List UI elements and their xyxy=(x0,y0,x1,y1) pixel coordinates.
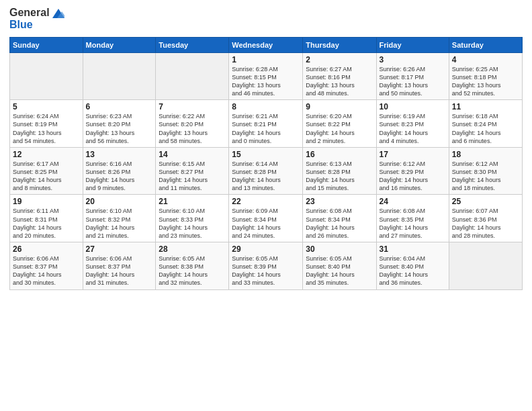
calendar-cell xyxy=(449,242,522,290)
day-info: Sunrise: 6:23 AM Sunset: 8:20 PM Dayligh… xyxy=(86,112,153,145)
day-info: Sunrise: 6:11 AM Sunset: 8:31 PM Dayligh… xyxy=(13,207,80,240)
day-number: 4 xyxy=(452,55,519,64)
calendar-week-row: 1Sunrise: 6:28 AM Sunset: 8:15 PM Daylig… xyxy=(10,52,523,100)
calendar-header-sunday: Sunday xyxy=(10,37,83,52)
header: General Blue xyxy=(9,7,523,32)
logo: General Blue xyxy=(9,7,64,32)
calendar-cell: 3Sunrise: 6:26 AM Sunset: 8:17 PM Daylig… xyxy=(376,52,449,100)
day-number: 18 xyxy=(452,150,519,159)
day-number: 31 xyxy=(380,244,446,254)
day-info: Sunrise: 6:04 AM Sunset: 8:40 PM Dayligh… xyxy=(380,255,446,287)
calendar-cell: 21Sunrise: 6:10 AM Sunset: 8:33 PM Dayli… xyxy=(156,195,229,242)
calendar-cell: 6Sunrise: 6:23 AM Sunset: 8:20 PM Daylig… xyxy=(83,100,156,148)
day-number: 29 xyxy=(232,244,300,254)
day-number: 21 xyxy=(159,197,226,206)
day-info: Sunrise: 6:06 AM Sunset: 8:37 PM Dayligh… xyxy=(13,255,80,287)
calendar-cell: 12Sunrise: 6:17 AM Sunset: 8:25 PM Dayli… xyxy=(10,147,83,195)
calendar-cell: 11Sunrise: 6:18 AM Sunset: 8:24 PM Dayli… xyxy=(449,100,522,148)
calendar-cell: 9Sunrise: 6:20 AM Sunset: 8:22 PM Daylig… xyxy=(303,100,376,148)
day-number: 20 xyxy=(86,197,153,206)
day-info: Sunrise: 6:10 AM Sunset: 8:33 PM Dayligh… xyxy=(159,207,226,240)
day-number: 10 xyxy=(380,102,446,111)
day-info: Sunrise: 6:17 AM Sunset: 8:25 PM Dayligh… xyxy=(13,160,80,193)
day-number: 23 xyxy=(306,197,373,206)
calendar-cell: 26Sunrise: 6:06 AM Sunset: 8:37 PM Dayli… xyxy=(10,242,83,290)
calendar-header-saturday: Saturday xyxy=(449,37,522,52)
day-number: 5 xyxy=(13,102,80,111)
calendar-cell: 23Sunrise: 6:08 AM Sunset: 8:34 PM Dayli… xyxy=(303,195,376,242)
calendar-cell: 5Sunrise: 6:24 AM Sunset: 8:19 PM Daylig… xyxy=(10,100,83,148)
calendar-header-tuesday: Tuesday xyxy=(156,37,229,52)
day-number: 15 xyxy=(232,150,300,159)
day-number: 25 xyxy=(452,197,519,206)
day-number: 30 xyxy=(306,244,373,254)
day-number: 1 xyxy=(232,55,300,64)
calendar-cell: 20Sunrise: 6:10 AM Sunset: 8:32 PM Dayli… xyxy=(83,195,156,242)
day-number: 13 xyxy=(86,150,153,159)
calendar-week-row: 19Sunrise: 6:11 AM Sunset: 8:31 PM Dayli… xyxy=(10,195,523,242)
day-number: 22 xyxy=(232,197,300,206)
calendar-table: SundayMondayTuesdayWednesdayThursdayFrid… xyxy=(9,37,523,290)
calendar-week-row: 5Sunrise: 6:24 AM Sunset: 8:19 PM Daylig… xyxy=(10,100,523,148)
day-info: Sunrise: 6:12 AM Sunset: 8:30 PM Dayligh… xyxy=(452,160,519,193)
day-info: Sunrise: 6:05 AM Sunset: 8:38 PM Dayligh… xyxy=(159,255,226,287)
day-info: Sunrise: 6:05 AM Sunset: 8:40 PM Dayligh… xyxy=(306,255,373,287)
day-info: Sunrise: 6:22 AM Sunset: 8:20 PM Dayligh… xyxy=(159,112,226,145)
day-number: 27 xyxy=(86,244,153,254)
calendar-header-thursday: Thursday xyxy=(303,37,376,52)
day-info: Sunrise: 6:10 AM Sunset: 8:32 PM Dayligh… xyxy=(86,207,153,240)
logo-blue: Blue xyxy=(9,19,64,31)
day-info: Sunrise: 6:19 AM Sunset: 8:23 PM Dayligh… xyxy=(380,112,446,145)
day-info: Sunrise: 6:21 AM Sunset: 8:21 PM Dayligh… xyxy=(232,112,300,145)
calendar-header-monday: Monday xyxy=(83,37,156,52)
day-number: 9 xyxy=(306,102,373,111)
day-number: 11 xyxy=(452,102,519,111)
day-number: 26 xyxy=(13,244,80,254)
calendar-week-row: 26Sunrise: 6:06 AM Sunset: 8:37 PM Dayli… xyxy=(10,242,523,290)
day-info: Sunrise: 6:08 AM Sunset: 8:35 PM Dayligh… xyxy=(380,207,446,240)
day-number: 6 xyxy=(86,102,153,111)
day-number: 28 xyxy=(159,244,226,254)
calendar-cell: 1Sunrise: 6:28 AM Sunset: 8:15 PM Daylig… xyxy=(229,52,303,100)
day-number: 12 xyxy=(13,150,80,159)
calendar-cell: 4Sunrise: 6:25 AM Sunset: 8:18 PM Daylig… xyxy=(449,52,522,100)
day-number: 19 xyxy=(13,197,80,206)
calendar-cell xyxy=(156,52,229,100)
calendar-cell: 13Sunrise: 6:16 AM Sunset: 8:26 PM Dayli… xyxy=(83,147,156,195)
calendar-cell: 22Sunrise: 6:09 AM Sunset: 8:34 PM Dayli… xyxy=(229,195,303,242)
calendar-cell: 31Sunrise: 6:04 AM Sunset: 8:40 PM Dayli… xyxy=(376,242,449,290)
calendar-cell: 30Sunrise: 6:05 AM Sunset: 8:40 PM Dayli… xyxy=(303,242,376,290)
calendar-cell: 18Sunrise: 6:12 AM Sunset: 8:30 PM Dayli… xyxy=(449,147,522,195)
calendar-header-row: SundayMondayTuesdayWednesdayThursdayFrid… xyxy=(10,37,523,52)
calendar-cell: 8Sunrise: 6:21 AM Sunset: 8:21 PM Daylig… xyxy=(229,100,303,148)
day-number: 14 xyxy=(159,150,226,159)
logo-general: General xyxy=(9,7,64,19)
calendar-cell xyxy=(10,52,83,100)
calendar-cell: 29Sunrise: 6:05 AM Sunset: 8:39 PM Dayli… xyxy=(229,242,303,290)
calendar-header-wednesday: Wednesday xyxy=(229,37,303,52)
day-info: Sunrise: 6:07 AM Sunset: 8:36 PM Dayligh… xyxy=(452,207,519,240)
page: General Blue SundayMondayTuesdayWednesda… xyxy=(0,0,532,411)
day-info: Sunrise: 6:15 AM Sunset: 8:27 PM Dayligh… xyxy=(159,160,226,193)
day-info: Sunrise: 6:14 AM Sunset: 8:28 PM Dayligh… xyxy=(232,160,300,193)
day-info: Sunrise: 6:26 AM Sunset: 8:17 PM Dayligh… xyxy=(380,65,446,98)
day-number: 3 xyxy=(380,55,446,64)
calendar-cell: 16Sunrise: 6:13 AM Sunset: 8:28 PM Dayli… xyxy=(303,147,376,195)
day-number: 24 xyxy=(380,197,446,206)
day-number: 8 xyxy=(232,102,300,111)
day-info: Sunrise: 6:13 AM Sunset: 8:28 PM Dayligh… xyxy=(306,160,373,193)
day-info: Sunrise: 6:20 AM Sunset: 8:22 PM Dayligh… xyxy=(306,112,373,145)
day-info: Sunrise: 6:05 AM Sunset: 8:39 PM Dayligh… xyxy=(232,255,300,287)
day-number: 7 xyxy=(159,102,226,111)
day-info: Sunrise: 6:06 AM Sunset: 8:37 PM Dayligh… xyxy=(86,255,153,287)
calendar-cell: 15Sunrise: 6:14 AM Sunset: 8:28 PM Dayli… xyxy=(229,147,303,195)
calendar-cell: 28Sunrise: 6:05 AM Sunset: 8:38 PM Dayli… xyxy=(156,242,229,290)
calendar-week-row: 12Sunrise: 6:17 AM Sunset: 8:25 PM Dayli… xyxy=(10,147,523,195)
day-info: Sunrise: 6:27 AM Sunset: 8:16 PM Dayligh… xyxy=(306,65,373,98)
calendar-cell: 17Sunrise: 6:12 AM Sunset: 8:29 PM Dayli… xyxy=(376,147,449,195)
calendar-cell: 24Sunrise: 6:08 AM Sunset: 8:35 PM Dayli… xyxy=(376,195,449,242)
day-info: Sunrise: 6:25 AM Sunset: 8:18 PM Dayligh… xyxy=(452,65,519,98)
day-info: Sunrise: 6:18 AM Sunset: 8:24 PM Dayligh… xyxy=(452,112,519,145)
calendar-cell: 25Sunrise: 6:07 AM Sunset: 8:36 PM Dayli… xyxy=(449,195,522,242)
calendar-cell xyxy=(83,52,156,100)
